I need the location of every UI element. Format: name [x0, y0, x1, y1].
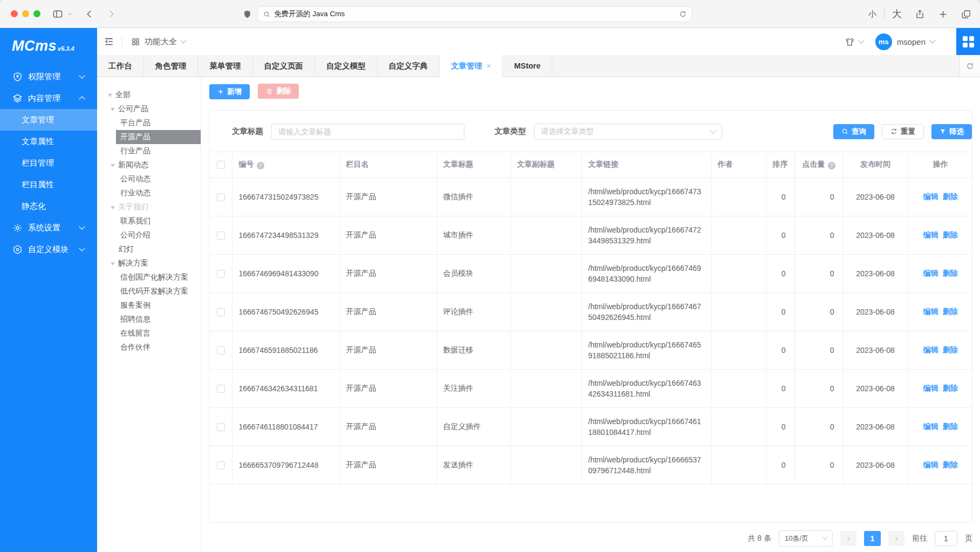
row-checkbox[interactable] — [217, 346, 225, 355]
row-checkbox[interactable] — [217, 385, 225, 393]
edit-link[interactable]: 编辑 — [923, 384, 938, 392]
edit-link[interactable]: 编辑 — [923, 269, 938, 277]
delete-link[interactable]: 删除 — [943, 230, 958, 239]
delete-link[interactable]: 删除 — [943, 422, 958, 431]
help-icon[interactable]: ? — [257, 162, 264, 169]
sidebar-item-内容管理[interactable]: 内容管理 — [0, 87, 97, 109]
tab-自定义字典[interactable]: 自定义字典 — [378, 55, 440, 77]
page-button-1[interactable]: 1 — [864, 531, 881, 546]
tree-node-合作伙伴[interactable]: 合作伙伴 — [97, 340, 201, 355]
tree-node-幻灯[interactable]: 幻灯 — [97, 242, 201, 256]
tab-MStore[interactable]: MStore — [503, 55, 552, 77]
goto-page-input[interactable] — [935, 531, 957, 546]
edit-link[interactable]: 编辑 — [923, 230, 938, 239]
apps-grid-button[interactable] — [956, 28, 980, 55]
edit-link[interactable]: 编辑 — [923, 192, 938, 201]
tree-node-新闻动态[interactable]: 新闻动态 — [97, 158, 201, 172]
row-checkbox[interactable] — [217, 423, 225, 431]
theme-switcher[interactable] — [845, 37, 864, 47]
delete-link[interactable]: 删除 — [943, 192, 958, 201]
delete-link[interactable]: 删除 — [943, 269, 958, 277]
row-checkbox[interactable] — [217, 193, 225, 201]
tree-node-行业动态[interactable]: 行业动态 — [97, 186, 201, 200]
tree-node-公司动态[interactable]: 公司动态 — [97, 172, 201, 186]
text-size-smaller-button[interactable]: 小 — [868, 9, 876, 19]
tab-自定义页面[interactable]: 自定义页面 — [253, 55, 316, 77]
tree-caret-icon[interactable] — [111, 206, 118, 209]
delete-button[interactable]: 删除 — [258, 84, 299, 99]
menu-fold-icon[interactable] — [104, 36, 114, 47]
sidebar-item-自定义模块[interactable]: 自定义模块 — [0, 238, 97, 260]
tree-caret-icon[interactable] — [111, 262, 118, 265]
close-icon[interactable]: × — [486, 62, 491, 70]
add-button[interactable]: 新增 — [209, 84, 250, 99]
tree-node-开源产品[interactable]: 开源产品 — [116, 130, 201, 144]
back-button[interactable] — [85, 9, 94, 19]
chevron-down-icon[interactable] — [67, 11, 73, 17]
filter-button[interactable]: 筛选 — [931, 124, 972, 139]
minimize-window-button[interactable] — [22, 10, 29, 17]
delete-link[interactable]: 删除 — [943, 307, 958, 316]
edit-link[interactable]: 编辑 — [923, 307, 938, 316]
tree-node-招聘信息[interactable]: 招聘信息 — [97, 312, 201, 326]
help-icon[interactable]: ? — [828, 162, 835, 169]
tree-node-公司介绍[interactable]: 公司介绍 — [97, 228, 201, 242]
tab-自定义模型[interactable]: 自定义模型 — [315, 55, 378, 77]
title-filter-input[interactable] — [271, 124, 464, 140]
select-all-checkbox[interactable] — [217, 161, 225, 169]
close-window-button[interactable] — [11, 10, 18, 17]
sidebar-toggle-icon[interactable] — [52, 9, 63, 19]
reload-icon[interactable] — [679, 10, 687, 18]
prev-page-button[interactable]: ‹ — [840, 531, 856, 546]
address-bar[interactable]: 免费开源的 Java Cms — [257, 6, 693, 22]
user-menu[interactable]: ms msopen — [875, 33, 935, 50]
sidebar-subitem-静态化[interactable]: 静态化 — [0, 195, 97, 217]
type-filter-select[interactable]: 请选择文章类型 — [534, 124, 722, 140]
tree-node-关于我们[interactable]: 关于我们 — [97, 200, 201, 214]
tree-node-服务案例[interactable]: 服务案例 — [97, 298, 201, 312]
row-checkbox[interactable] — [217, 461, 225, 469]
row-checkbox[interactable] — [217, 308, 225, 316]
tab-overview-icon[interactable] — [961, 9, 971, 19]
new-tab-icon[interactable] — [938, 9, 948, 19]
sidebar-item-系统设置[interactable]: 系统设置 — [0, 217, 97, 238]
edit-link[interactable]: 编辑 — [923, 460, 938, 469]
share-icon[interactable] — [915, 9, 925, 19]
tab-文章管理[interactable]: 文章管理× — [440, 55, 503, 77]
tree-node-联系我们[interactable]: 联系我们 — [97, 214, 201, 228]
page-size-select[interactable]: 10条/页 — [779, 530, 833, 547]
sidebar-item-权限管理[interactable]: 权限管理 — [0, 66, 97, 87]
edit-link[interactable]: 编辑 — [923, 422, 938, 431]
sidebar-subitem-文章属性[interactable]: 文章属性 — [0, 131, 97, 152]
delete-link[interactable]: 删除 — [943, 384, 958, 392]
tree-node-解决方案[interactable]: 解决方案 — [97, 256, 201, 270]
row-checkbox[interactable] — [217, 270, 225, 278]
privacy-shield-icon[interactable] — [243, 10, 252, 19]
tree-node-行业产品[interactable]: 行业产品 — [97, 144, 201, 158]
tree-caret-icon[interactable] — [111, 107, 118, 111]
tree-node-全部[interactable]: 全部 — [97, 88, 201, 102]
text-size-larger-button[interactable]: 大 — [892, 8, 902, 21]
forward-button[interactable] — [106, 9, 116, 19]
delete-link[interactable]: 删除 — [943, 345, 958, 354]
tab-菜单管理[interactable]: 菜单管理 — [198, 55, 253, 77]
sidebar-subitem-文章管理[interactable]: 文章管理 — [0, 109, 97, 131]
reset-button[interactable]: 重置 — [882, 124, 924, 139]
tab-角色管理[interactable]: 角色管理 — [144, 55, 198, 77]
tree-node-平台产品[interactable]: 平台产品 — [97, 116, 201, 130]
tree-node-在线留言[interactable]: 在线留言 — [97, 326, 201, 340]
edit-link[interactable]: 编辑 — [923, 345, 938, 354]
tree-caret-icon[interactable] — [108, 93, 115, 97]
refresh-tab-button[interactable] — [960, 55, 980, 77]
search-button[interactable]: 查询 — [833, 124, 874, 139]
next-page-button[interactable]: › — [888, 531, 904, 546]
sidebar-subitem-栏目管理[interactable]: 栏目管理 — [0, 152, 97, 174]
tree-node-低代码开发解决方案[interactable]: 低代码开发解决方案 — [97, 284, 201, 298]
tree-node-公司产品[interactable]: 公司产品 — [97, 102, 201, 116]
tree-caret-icon[interactable] — [111, 163, 118, 167]
zoom-window-button[interactable] — [33, 10, 40, 17]
delete-link[interactable]: 删除 — [943, 460, 958, 469]
app-menu-entry[interactable]: 功能大全 — [131, 37, 186, 47]
tab-工作台[interactable]: 工作台 — [97, 55, 144, 77]
tree-node-信创国产化解决方案[interactable]: 信创国产化解决方案 — [97, 270, 201, 284]
